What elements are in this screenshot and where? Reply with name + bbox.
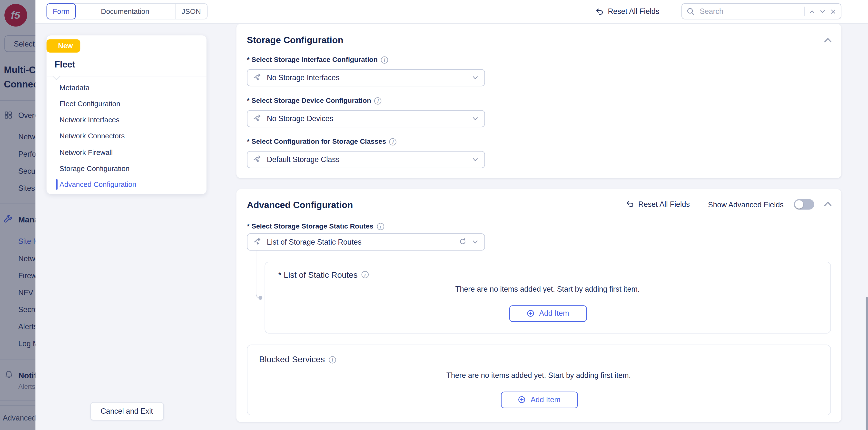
storage-interface-select[interactable]: No Storage Interfaces — [247, 69, 485, 86]
empty-state-text: There are no items added yet. Start by a… — [247, 371, 830, 379]
chevron-down-icon — [471, 115, 479, 122]
nested-field-connector — [255, 250, 261, 298]
info-icon[interactable]: i — [374, 97, 382, 104]
toggle-knob — [795, 200, 803, 208]
top-bar: Form Documentation JSON Reset All Fields — [0, 0, 868, 24]
section-title: Storage Configuration — [247, 35, 343, 45]
add-item-button[interactable]: Add Item — [509, 305, 587, 322]
new-badge: New — [46, 39, 81, 52]
add-item-label: Add Item — [539, 309, 569, 318]
tab-json[interactable]: JSON — [176, 4, 207, 19]
advanced-configuration-section: Advanced Configuration Reset All Fields … — [236, 189, 841, 422]
select-route-icon — [253, 73, 262, 82]
dropdown-value: Default Storage Class — [267, 155, 339, 163]
search-box — [681, 3, 841, 20]
blocked-services-card: Blocked Services i There are no items ad… — [247, 344, 831, 416]
info-icon[interactable]: i — [390, 138, 397, 145]
field-label: * Select Storage Storage Static Routes i — [247, 223, 384, 230]
section-reset-label: Reset All Fields — [638, 200, 690, 208]
form-nav-item-metadata[interactable]: Metadata — [60, 84, 90, 92]
info-icon[interactable]: i — [377, 223, 384, 230]
add-item-label: Add Item — [531, 395, 561, 404]
connector-dot — [258, 296, 262, 300]
storage-classes-select[interactable]: Default Storage Class — [247, 151, 485, 168]
collapse-chevron-up-icon[interactable] — [824, 37, 832, 43]
search-divider — [804, 7, 805, 16]
search-icon — [686, 7, 695, 15]
info-icon[interactable]: i — [329, 356, 336, 363]
active-item-indicator — [56, 179, 58, 190]
storage-configuration-section: Storage Configuration * Select Storage I… — [236, 24, 841, 178]
object-type-title: Fleet — [55, 60, 75, 69]
static-routes-title: * List of Static Routes i — [278, 270, 369, 279]
search-prev-icon[interactable] — [809, 8, 815, 14]
search-close-icon[interactable] — [830, 8, 836, 14]
refresh-icon[interactable] — [459, 238, 467, 245]
storage-device-select[interactable]: No Storage Devices — [247, 110, 485, 127]
form-nav-item-advanced-configuration[interactable]: Advanced Configuration — [60, 180, 136, 189]
cancel-and-exit-button[interactable]: Cancel and Exit — [90, 402, 164, 421]
plus-circle-icon — [526, 309, 535, 318]
form-nav-item-network-interfaces[interactable]: Network Interfaces — [60, 116, 120, 124]
plus-circle-icon — [518, 395, 526, 404]
section-reset-all-fields-button[interactable]: Reset All Fields — [626, 200, 690, 208]
undo-icon — [626, 200, 634, 208]
dropdown-value: No Storage Interfaces — [267, 73, 339, 81]
tab-documentation[interactable]: Documentation — [75, 4, 176, 19]
form-nav-item-storage-configuration[interactable]: Storage Configuration — [60, 164, 129, 172]
undo-icon — [595, 7, 604, 15]
modal-overlay-scrim — [0, 0, 35, 430]
show-advanced-fields-label: Show Advanced Fields — [708, 201, 784, 209]
chevron-down-icon — [471, 74, 479, 81]
info-icon[interactable]: i — [361, 271, 369, 278]
reset-all-fields-button[interactable]: Reset All Fields — [595, 7, 659, 15]
view-tabs: Form Documentation JSON — [46, 3, 208, 20]
tab-form[interactable]: Form — [46, 3, 76, 20]
select-route-icon — [253, 155, 262, 164]
storage-static-routes-select[interactable]: List of Storage Static Routes — [247, 233, 485, 250]
static-routes-card: * List of Static Routes i There are no i… — [264, 261, 831, 333]
field-label: * Select Storage Interface Configuration… — [247, 56, 388, 64]
form-nav-item-network-connectors[interactable]: Network Connectors — [60, 132, 125, 140]
add-item-button[interactable]: Add Item — [501, 391, 578, 408]
chevron-down-icon — [471, 156, 479, 163]
chevron-down-icon — [471, 238, 479, 245]
empty-state-text: There are no items added yet. Start by a… — [265, 285, 830, 293]
dropdown-value: No Storage Devices — [267, 114, 333, 123]
panel-divider-notch — [52, 72, 60, 80]
form-nav-panel: New Fleet Metadata Fleet Configuration N… — [46, 35, 207, 194]
blocked-services-title: Blocked Services i — [259, 355, 336, 364]
select-route-icon — [253, 237, 262, 246]
search-next-icon[interactable] — [819, 8, 826, 14]
scrollbar-thumb[interactable] — [866, 297, 868, 430]
dropdown-value: List of Storage Static Routes — [267, 237, 361, 246]
panel-divider — [46, 76, 207, 76]
form-nav-item-fleet-configuration[interactable]: Fleet Configuration — [60, 100, 120, 108]
search-input[interactable] — [699, 7, 788, 16]
reset-all-fields-label: Reset All Fields — [608, 7, 659, 15]
app-root: Form Documentation JSON Reset All Fields — [0, 0, 868, 430]
select-route-icon — [253, 114, 262, 123]
info-icon[interactable]: i — [381, 56, 388, 63]
collapse-chevron-up-icon[interactable] — [824, 201, 832, 207]
section-title: Advanced Configuration — [247, 200, 353, 210]
form-nav-item-network-firewall[interactable]: Network Firewall — [60, 148, 113, 156]
show-advanced-fields-toggle[interactable] — [794, 199, 814, 209]
field-label: * Select Configuration for Storage Class… — [247, 138, 397, 145]
field-label: * Select Storage Device Configuration i — [247, 97, 382, 104]
